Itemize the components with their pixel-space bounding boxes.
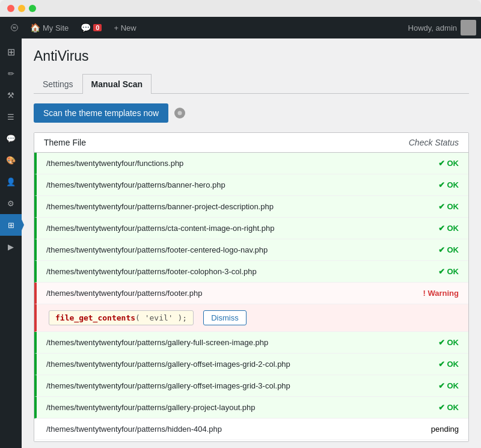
- table-row: /themes/twentytwentyfour/patterns/galler…: [34, 397, 468, 419]
- maximize-button[interactable]: [29, 5, 36, 12]
- comments-link[interactable]: 💬 0: [75, 17, 108, 38]
- file-path: /themes/twentytwentyfour/patterns/footer…: [46, 289, 202, 298]
- file-path: /themes/twentytwentyfour/functions.php: [46, 159, 183, 168]
- table-row-warning-detail: file_get_contents( 'evil' ); Dismiss: [34, 304, 468, 332]
- code-snippet: file_get_contents( 'evil' );: [49, 310, 194, 325]
- admin-bar: W 🏠 My Site 💬 0 + New Howdy, admin: [0, 17, 481, 38]
- col-status-label: Check Status: [409, 138, 459, 147]
- table-row: /themes/twentytwentyfour/patterns/footer…: [34, 239, 468, 261]
- nav-tabs: Settings Manual Scan: [34, 74, 469, 94]
- main-content: AntiVirus Settings Manual Scan Scan the …: [22, 38, 481, 448]
- admin-bar-right: Howdy, admin: [408, 20, 476, 35]
- sidebar-icon-media[interactable]: ▶: [0, 236, 22, 257]
- file-path: /themes/twentytwentyfour/patterns/galler…: [46, 338, 268, 347]
- sidebar-icon-posts[interactable]: ✏: [0, 63, 22, 84]
- file-path: /themes/twentytwentyfour/patterns/cta-co…: [46, 224, 274, 233]
- scan-button[interactable]: Scan the theme templates now: [34, 103, 168, 123]
- status-badge: ✔ OK: [438, 381, 459, 390]
- new-content-link[interactable]: + New: [108, 17, 142, 38]
- status-badge: pending: [431, 425, 459, 434]
- minimize-button[interactable]: [18, 5, 25, 12]
- table-row: /themes/twentytwentyfour/patterns/galler…: [34, 375, 468, 397]
- site-name: My Site: [43, 23, 69, 32]
- close-button[interactable]: [7, 5, 14, 12]
- col-file-label: Theme File: [44, 138, 86, 147]
- file-path: /themes/twentytwentyfour/patterns/galler…: [46, 403, 256, 412]
- status-badge: ✔ OK: [438, 202, 459, 211]
- scan-status-icon: [174, 108, 185, 118]
- sidebar-icon-antivirus[interactable]: ⊞: [0, 214, 22, 236]
- file-path: /themes/twentytwentyfour/patterns/galler…: [46, 360, 290, 369]
- table-body: /themes/twentytwentyfour/functions.php ✔…: [34, 153, 468, 441]
- sidebar-icon-comments[interactable]: 💬: [0, 127, 22, 149]
- status-badge: ✔ OK: [438, 245, 459, 254]
- status-badge: ✔ OK: [438, 338, 459, 347]
- table-row: /themes/twentytwentyfour/functions.php ✔…: [34, 153, 468, 174]
- svg-text:W: W: [13, 26, 16, 29]
- status-badge: ! Warning: [423, 289, 459, 298]
- status-badge: ✔ OK: [438, 159, 459, 168]
- status-badge: ✔ OK: [438, 180, 459, 189]
- page-title: AntiVirus: [34, 48, 469, 64]
- status-badge: ✔ OK: [438, 224, 459, 233]
- table-header: Theme File Check Status: [34, 133, 468, 153]
- svg-point-2: [178, 111, 182, 115]
- sidebar-icon-dashboard[interactable]: ⊞: [0, 41, 22, 63]
- status-badge: ✔ OK: [438, 403, 459, 412]
- code-function: file_get_contents: [55, 313, 135, 322]
- home-icon: 🏠: [30, 23, 40, 32]
- comment-bubble-icon: 💬: [81, 23, 91, 32]
- wp-logo[interactable]: W: [5, 17, 24, 38]
- table-row: /themes/twentytwentyfour/patterns/cta-co…: [34, 218, 468, 239]
- status-badge: ✔ OK: [438, 360, 459, 369]
- table-row: /themes/twentytwentyfour/patterns/hidden…: [34, 419, 468, 440]
- scan-table: Theme File Check Status /themes/twentytw…: [34, 132, 469, 442]
- table-row: /themes/twentytwentyfour/patterns/banner…: [34, 174, 468, 196]
- sidebar-icon-settings[interactable]: ⚙: [0, 192, 22, 214]
- table-row: /themes/twentytwentyfour/patterns/footer…: [34, 261, 468, 283]
- window-chrome: [0, 0, 481, 17]
- table-row: /themes/twentytwentyfour/patterns/banner…: [34, 196, 468, 218]
- file-path: /themes/twentytwentyfour/patterns/galler…: [46, 381, 290, 390]
- new-label: + New: [114, 23, 136, 32]
- file-path: /themes/twentytwentyfour/patterns/footer…: [46, 245, 268, 254]
- table-row: /themes/twentytwentyfour/patterns/footer…: [34, 283, 468, 304]
- warning-detail-content: file_get_contents( 'evil' ); Dismiss: [49, 310, 459, 325]
- file-path: /themes/twentytwentyfour/patterns/banner…: [46, 180, 225, 189]
- tab-manual-scan[interactable]: Manual Scan: [82, 74, 152, 94]
- code-args: ( 'evil' );: [135, 313, 187, 322]
- tab-settings[interactable]: Settings: [34, 74, 82, 94]
- sidebar-icon-appearance[interactable]: 🎨: [0, 149, 22, 171]
- howdy-text: Howdy, admin: [408, 23, 457, 32]
- sidebar-icon-pages[interactable]: ☰: [0, 106, 22, 127]
- status-badge: ✔ OK: [438, 267, 459, 276]
- file-path: /themes/twentytwentyfour/patterns/footer…: [46, 267, 257, 276]
- wp-layout: ⊞ ✏ ⚒ ☰ 💬 🎨 👤 ⚙ ⊞ ▶ AntiVirus Settings M…: [0, 38, 481, 448]
- file-path: /themes/twentytwentyfour/patterns/banner…: [46, 202, 274, 211]
- table-row: /themes/twentytwentyfour/patterns/galler…: [34, 354, 468, 375]
- my-site-link[interactable]: 🏠 My Site: [24, 17, 75, 38]
- sidebar-icon-users[interactable]: 👤: [0, 171, 22, 192]
- sidebar: ⊞ ✏ ⚒ ☰ 💬 🎨 👤 ⚙ ⊞ ▶: [0, 38, 22, 448]
- scan-area: Scan the theme templates now: [34, 103, 469, 123]
- table-row: /themes/twentytwentyfour/patterns/hidden…: [34, 440, 468, 441]
- table-row: /themes/twentytwentyfour/patterns/galler…: [34, 332, 468, 354]
- dismiss-button[interactable]: Dismiss: [203, 310, 247, 325]
- avatar[interactable]: [461, 20, 476, 35]
- file-path: /themes/twentytwentyfour/patterns/hidden…: [46, 425, 222, 434]
- sidebar-icon-tools[interactable]: ⚒: [0, 84, 22, 106]
- comments-count: 0: [93, 24, 102, 31]
